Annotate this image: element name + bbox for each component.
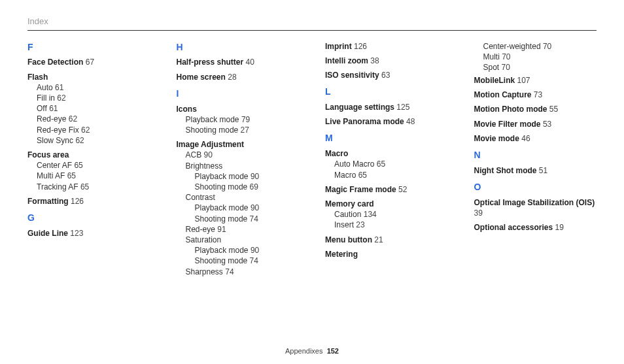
- entry-menu-button[interactable]: Menu button 21: [325, 235, 448, 245]
- entry-page: 55: [549, 105, 558, 114]
- entry-face-detection[interactable]: Face Detection 67: [27, 57, 150, 67]
- entry-flash-redeyefix[interactable]: Red-eye Fix 62: [37, 125, 150, 135]
- entry-label: Motion Capture: [474, 90, 532, 99]
- sub-page: 27: [241, 125, 249, 135]
- entry-page: 126: [354, 42, 367, 51]
- entry-flash-auto[interactable]: Auto 61: [37, 82, 150, 93]
- entry-icons-shooting[interactable]: Shooting mode 27: [186, 125, 300, 135]
- letter-N: N: [474, 149, 597, 161]
- entry-metering-spot[interactable]: Spot 70: [483, 62, 597, 73]
- sub-page: 70: [502, 63, 510, 72]
- entry-image-saturation-shooting[interactable]: Shooting mode 74: [195, 256, 300, 266]
- entry-imprint[interactable]: Imprint 126: [325, 41, 448, 52]
- entry-night-shot[interactable]: Night Shot mode 51: [474, 165, 597, 176]
- entry-memory-caution[interactable]: Caution 134: [334, 209, 448, 220]
- sub-page: 74: [225, 267, 234, 276]
- entry-optional-accessories[interactable]: Optional accessories 19: [474, 222, 597, 233]
- entry-mobilelink[interactable]: MobileLink 107: [474, 75, 597, 86]
- entry-label: Focus area: [27, 150, 150, 160]
- sub-label: Center AF: [37, 161, 72, 170]
- entry-magic-frame[interactable]: Magic Frame mode 52: [325, 184, 448, 195]
- entry-page: 21: [374, 235, 383, 244]
- sub-label: Sharpness: [186, 267, 223, 276]
- entry-formatting[interactable]: Formatting 126: [27, 196, 150, 207]
- entry-image-sharpness[interactable]: Sharpness 74: [186, 267, 300, 277]
- entry-page: 73: [534, 90, 542, 99]
- entry-metering: Metering: [325, 249, 448, 259]
- letter-F: F: [27, 41, 150, 54]
- sub-page: 65: [80, 182, 89, 191]
- entry-ois[interactable]: Optical Image Stabilization (OIS) 39: [474, 197, 597, 218]
- entry-label: Motion Photo mode: [474, 105, 547, 114]
- entry-focus-center[interactable]: Center AF 65: [37, 160, 150, 171]
- entry-icons: Icons Playback mode 79 Shooting mode 27: [177, 104, 300, 136]
- entry-label: Guide Line: [27, 229, 68, 238]
- sub-page: 91: [217, 225, 226, 234]
- header-rule: [27, 30, 597, 31]
- entry-focus-tracking[interactable]: Tracking AF 65: [37, 182, 150, 192]
- sub-page: 61: [55, 83, 63, 92]
- entry-label: Home screen: [177, 73, 226, 82]
- sub-page: 65: [67, 171, 76, 180]
- entry-flash-slowsync[interactable]: Slow Sync 62: [37, 135, 150, 146]
- sub-page: 62: [75, 136, 84, 145]
- entry-label: Image Adjustment: [177, 139, 300, 150]
- entry-page: 39: [474, 208, 483, 218]
- entry-focus-area: Focus area Center AF 65 Multi AF 65 Trac…: [27, 150, 150, 192]
- sub-label: Fill in: [37, 93, 55, 103]
- sub-page: 90: [251, 203, 259, 212]
- entry-image-acb[interactable]: ACB 90: [186, 150, 300, 160]
- entry-motion-capture[interactable]: Motion Capture 73: [474, 90, 597, 100]
- entry-metering-centerweighted[interactable]: Center-weighted 70: [483, 41, 597, 52]
- entry-flash-off[interactable]: Off 61: [37, 103, 150, 114]
- entry-flash-redeye[interactable]: Red-eye 62: [37, 114, 150, 124]
- entry-live-panorama[interactable]: Live Panorama mode 48: [325, 116, 448, 127]
- entry-metering-multi[interactable]: Multi 70: [483, 52, 597, 62]
- entry-image-brightness-shooting[interactable]: Shooting mode 69: [195, 182, 300, 192]
- entry-guide-line[interactable]: Guide Line 123: [27, 228, 150, 239]
- index-columns: F Face Detection 67 Flash Auto 61 Fill i…: [27, 41, 597, 281]
- entry-label: Movie Filter mode: [474, 120, 541, 129]
- sub-label: Red-eye: [37, 114, 66, 124]
- entry-image-saturation-playback[interactable]: Playback mode 90: [195, 245, 300, 256]
- entry-focus-multi[interactable]: Multi AF 65: [37, 171, 150, 181]
- entry-label: ISO sensitivity: [325, 71, 379, 80]
- entry-half-press[interactable]: Half-press shutter 40: [177, 57, 300, 67]
- sub-label: Red-eye: [186, 225, 215, 234]
- column-1: F Face Detection 67 Flash Auto 61 Fill i…: [27, 41, 150, 281]
- entry-iso[interactable]: ISO sensitivity 63: [325, 70, 448, 80]
- entry-language[interactable]: Language settings 125: [325, 102, 448, 112]
- entry-image-brightness-playback[interactable]: Playback mode 90: [195, 171, 300, 182]
- sub-label: Multi: [483, 52, 500, 61]
- entry-page: 52: [398, 185, 407, 194]
- entry-image-redeye[interactable]: Red-eye 91: [186, 224, 300, 235]
- entry-intelli-zoom[interactable]: Intelli zoom 38: [325, 56, 448, 66]
- entry-macro-macro[interactable]: Macro 65: [334, 170, 448, 180]
- entry-page: 107: [517, 76, 530, 85]
- entry-macro-auto[interactable]: Auto Macro 65: [334, 159, 448, 169]
- sub-label: Tracking AF: [37, 182, 78, 191]
- entry-label: Icons: [177, 104, 300, 114]
- entry-label: Metering: [325, 249, 448, 259]
- page-footer: Appendixes 152: [0, 346, 624, 356]
- sub-page: 69: [250, 182, 258, 191]
- entry-icons-playback[interactable]: Playback mode 79: [186, 114, 300, 125]
- entry-home-screen[interactable]: Home screen 28: [177, 72, 300, 82]
- entry-image-contrast-playback[interactable]: Playback mode 90: [195, 203, 300, 213]
- entry-motion-photo[interactable]: Motion Photo mode 55: [474, 104, 597, 114]
- letter-L: L: [325, 86, 448, 98]
- entry-movie-filter[interactable]: Movie Filter mode 53: [474, 119, 597, 129]
- sub-label: ACB: [186, 150, 202, 159]
- sub-label: Off: [37, 104, 47, 113]
- sub-label: Slow Sync: [37, 136, 73, 145]
- entry-page: 28: [228, 73, 236, 82]
- entry-image-saturation: Saturation: [186, 235, 300, 245]
- entry-label: Flash: [27, 72, 150, 82]
- entry-memory-insert[interactable]: Insert 23: [334, 220, 448, 230]
- sub-label: Shooting mode: [195, 214, 248, 223]
- letter-I: I: [177, 88, 300, 100]
- entry-movie-mode[interactable]: Movie mode 46: [474, 133, 597, 144]
- entry-flash-fillin[interactable]: Fill in 62: [37, 93, 150, 103]
- sub-label: Playback mode: [186, 115, 239, 124]
- entry-image-contrast-shooting[interactable]: Shooting mode 74: [195, 214, 300, 224]
